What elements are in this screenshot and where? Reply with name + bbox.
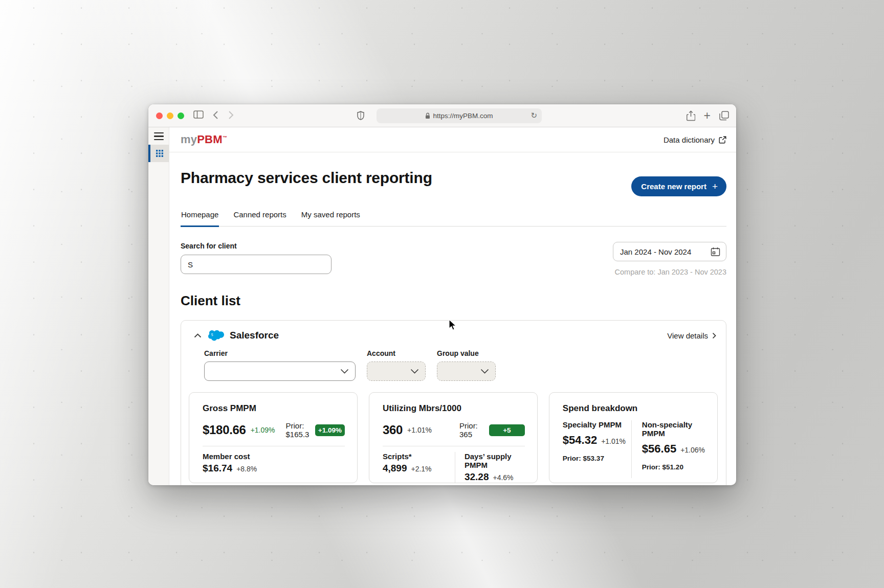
zoom-window-button[interactable] — [178, 112, 184, 119]
chevron-right-icon — [712, 332, 716, 339]
forward-icon[interactable] — [228, 110, 234, 120]
create-new-report-button[interactable]: Create new report + — [631, 176, 726, 196]
metric-cards: Gross PMPM $180.66 +1.09% Prior: $165.3 … — [189, 392, 718, 483]
tab-homepage[interactable]: Homepage — [181, 210, 219, 227]
days-supply-block: Days’ supply PMPM 32.28 +4.6% — [455, 452, 525, 483]
back-icon[interactable] — [213, 110, 218, 120]
page-title: Pharmacy services client reporting — [181, 169, 432, 187]
utilizing-change: +1.01% — [407, 426, 432, 434]
address-bar[interactable]: https://myPBM.com ↻ — [377, 108, 542, 123]
scripts-block: Scripts* 4,899 +2.1% — [383, 452, 455, 483]
data-dictionary-label: Data dictionary — [664, 135, 715, 144]
carrier-filter: Carrier — [204, 349, 356, 381]
carrier-select[interactable] — [204, 361, 356, 381]
sidebar-item-apps[interactable] — [148, 145, 169, 162]
search-label: Search for client — [181, 242, 332, 250]
compare-range-text: Compare to: Jan 2023 - Nov 2023 — [613, 268, 726, 276]
browser-window: https://myPBM.com ↻ + — [148, 104, 736, 485]
data-dictionary-link[interactable]: Data dictionary — [664, 135, 726, 144]
chevron-down-icon — [340, 369, 349, 374]
utilizing-prior: Prior: 365 — [459, 421, 489, 439]
page-content: Pharmacy services client reporting Creat… — [169, 152, 736, 485]
sidebar-toggle-icon[interactable] — [193, 110, 204, 119]
non-specialty-block: Non-specialty PMPM $56.65 +1.06% Prior: … — [631, 420, 705, 478]
account-filter: Account — [367, 349, 426, 381]
close-window-button[interactable] — [156, 112, 163, 119]
tabs-overview-icon[interactable] — [719, 111, 729, 121]
tab-bar: Homepage Canned reports My saved reports — [181, 210, 726, 227]
traffic-lights — [156, 112, 184, 119]
date-range-picker[interactable]: Jan 2024 - Nov 2024 — [613, 242, 726, 261]
chevron-down-icon — [410, 369, 419, 374]
client-name: Salesforce — [230, 330, 279, 341]
account-select[interactable] — [367, 361, 426, 381]
url-text: https://myPBM.com — [433, 112, 493, 120]
gross-pmpm-value: $180.66 — [203, 423, 246, 437]
client-search: Search for client — [181, 242, 332, 274]
group-value-select[interactable] — [437, 361, 496, 381]
utilizing-badge: +5 — [489, 424, 525, 436]
utilizing-value: 360 — [383, 423, 403, 437]
gross-pmpm-badge: +1.09% — [315, 424, 345, 436]
tab-canned-reports[interactable]: Canned reports — [233, 210, 286, 226]
plus-icon: + — [712, 182, 718, 191]
client-filters: Carrier Account Group valu — [204, 349, 718, 381]
hamburger-icon[interactable] — [154, 132, 164, 142]
specialty-block: Specialty PMPM $54.32 +1.01% Prior: $53.… — [563, 420, 631, 478]
group-value-filter: Group value — [437, 349, 496, 381]
salesforce-logo — [208, 330, 224, 341]
calendar-icon — [711, 247, 720, 257]
chevron-down-icon — [480, 369, 489, 374]
collapse-chevron-up-icon[interactable] — [194, 333, 202, 338]
metric-card-utilizing-mbrs: Utilizing Mbrs/1000 360 +1.01% Prior: 36… — [369, 392, 538, 483]
external-link-icon — [719, 136, 726, 144]
mypbm-logo: myPBM™ — [181, 133, 227, 146]
shield-icon[interactable] — [357, 111, 364, 120]
app-header: myPBM™ Data dictionary — [169, 127, 736, 152]
lock-icon — [425, 112, 430, 119]
metric-card-gross-pmpm: Gross PMPM $180.66 +1.09% Prior: $165.3 … — [189, 392, 358, 483]
grid-icon — [156, 150, 163, 157]
toolbar-right-icons: + — [687, 104, 729, 127]
new-tab-icon[interactable]: + — [704, 110, 711, 122]
minimize-window-button[interactable] — [167, 112, 173, 119]
client-card-salesforce: Salesforce View details Carrier — [181, 320, 726, 485]
gross-pmpm-change: +1.09% — [251, 426, 275, 434]
view-details-link[interactable]: View details — [667, 331, 716, 340]
app-main: myPBM™ Data dictionary Pharmacy services… — [169, 127, 736, 485]
search-input[interactable] — [181, 255, 332, 274]
share-icon[interactable] — [687, 110, 695, 121]
client-list-heading: Client list — [181, 293, 726, 309]
app-sidebar — [148, 127, 169, 485]
app-frame: myPBM™ Data dictionary Pharmacy services… — [148, 127, 736, 485]
reload-icon[interactable]: ↻ — [531, 111, 537, 120]
tab-my-saved-reports[interactable]: My saved reports — [301, 210, 361, 226]
date-range-value: Jan 2024 - Nov 2024 — [620, 247, 691, 256]
date-range-block: Jan 2024 - Nov 2024 Compare to: Jan 2023… — [613, 242, 726, 276]
metric-card-spend-breakdown: Spend breakdown Specialty PMPM $54.32 +1… — [549, 392, 718, 483]
browser-toolbar: https://myPBM.com ↻ + — [148, 104, 736, 127]
gross-pmpm-prior: Prior: $165.3 — [286, 421, 315, 439]
